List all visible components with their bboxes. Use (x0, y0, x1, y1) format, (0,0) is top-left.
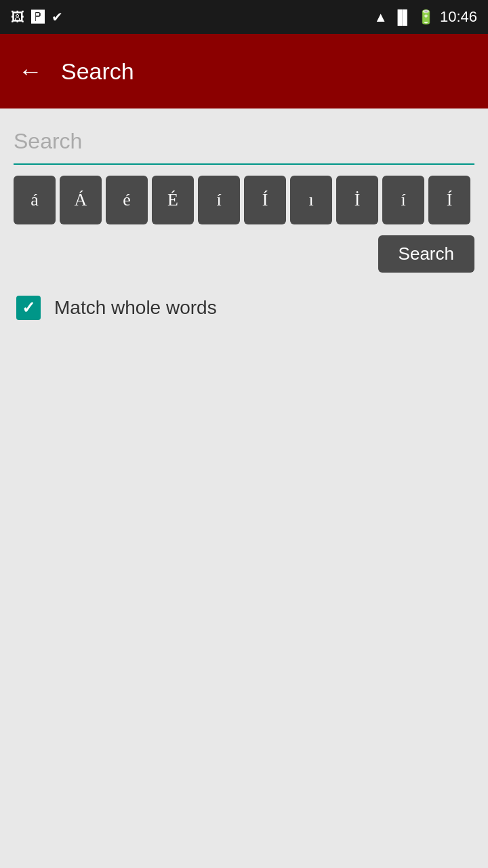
wifi-icon: ▲ (374, 9, 388, 25)
match-whole-words-checkbox[interactable]: ✓ (16, 296, 41, 320)
search-button[interactable]: Search (378, 235, 474, 273)
char-btn-i-alt-lower[interactable]: í (382, 176, 424, 224)
app-bar: ← Search (0, 34, 488, 108)
status-icons-right: ▲ ▐▌ 🔋 10:46 (374, 8, 477, 26)
gallery-icon: 🖼 (11, 9, 24, 25)
match-whole-words-row: ✓ Match whole words (14, 286, 474, 330)
char-btn-a-acute-lower[interactable]: á (14, 176, 56, 224)
notification-icon: 🅿 (31, 9, 45, 25)
status-bar: 🖼 🅿 ✔ ▲ ▐▌ 🔋 10:46 (0, 0, 488, 34)
char-btn-i-dotted-upper[interactable]: İ (336, 176, 378, 224)
status-icons-left: 🖼 🅿 ✔ (11, 9, 63, 25)
signal-icon: ▐▌ (393, 9, 412, 25)
battery-icon: 🔋 (418, 9, 434, 25)
char-btn-e-acute-upper[interactable]: É (152, 176, 194, 224)
check-icon: ✔ (52, 9, 63, 25)
char-btn-i-acute-lower[interactable]: í (198, 176, 240, 224)
char-btn-i-alt-upper[interactable]: Í (428, 176, 470, 224)
char-btn-a-acute-upper[interactable]: Á (60, 176, 102, 224)
status-time: 10:46 (440, 8, 477, 26)
char-btn-i-dotless-lower[interactable]: ı (290, 176, 332, 224)
char-buttons-row: áÁéÉíÍıİíÍŋŊóÓ (14, 176, 474, 227)
search-btn-row: Search (14, 235, 474, 273)
app-bar-title: Search (61, 58, 134, 85)
back-arrow-icon: ← (18, 57, 43, 85)
search-input-container (14, 122, 474, 165)
match-whole-words-checkbox-container[interactable]: ✓ (14, 293, 43, 323)
back-button[interactable]: ← (14, 54, 47, 88)
search-input[interactable] (14, 122, 474, 161)
char-btn-i-acute-upper[interactable]: Í (244, 176, 286, 224)
char-btn-e-acute-lower[interactable]: é (106, 176, 148, 224)
match-whole-words-label: Match whole words (54, 297, 217, 319)
checkbox-check-icon: ✓ (22, 298, 35, 317)
main-content: áÁéÉíÍıİíÍŋŊóÓ Search ✓ Match whole word… (0, 108, 488, 330)
